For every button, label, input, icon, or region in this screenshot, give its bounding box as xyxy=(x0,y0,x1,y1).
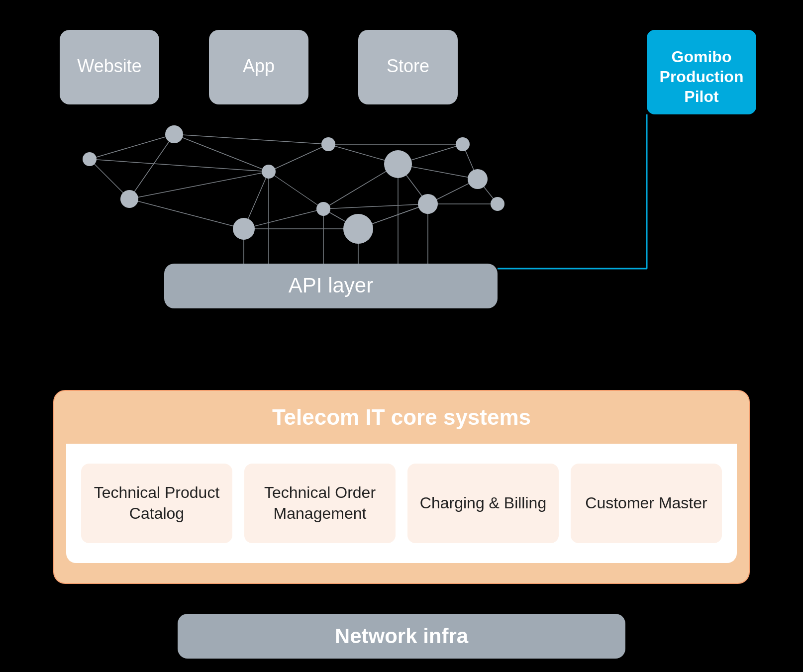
svg-line-8 xyxy=(269,144,328,172)
svg-point-41 xyxy=(384,150,412,178)
gomibo-label-line2: Production xyxy=(660,68,744,86)
svg-point-45 xyxy=(491,197,504,211)
top-area: Website App Store Gomibo Production Pilo… xyxy=(30,20,773,360)
telecom-section: Telecom IT core systems Technical Produc… xyxy=(53,390,750,584)
network-infra-box: Network infra xyxy=(178,614,625,659)
svg-point-36 xyxy=(262,165,276,179)
svg-point-35 xyxy=(120,190,138,208)
system-label-0: Technical Product Catalog xyxy=(91,482,222,524)
network-nodes xyxy=(83,125,504,244)
svg-point-34 xyxy=(165,125,183,143)
svg-point-42 xyxy=(418,194,438,214)
svg-point-37 xyxy=(233,218,255,240)
svg-point-44 xyxy=(468,169,488,189)
svg-point-43 xyxy=(456,137,470,151)
telecom-inner: Technical Product Catalog Technical Orde… xyxy=(66,444,737,563)
network-infra-label: Network infra xyxy=(335,624,468,648)
system-label-3: Customer Master xyxy=(585,493,707,514)
svg-line-7 xyxy=(129,172,269,199)
gomibo-label-line1: Gomibo xyxy=(672,48,732,66)
top-diagram-svg: Website App Store Gomibo Production Pilo… xyxy=(30,20,773,358)
system-box-customer-master[interactable]: Customer Master xyxy=(571,464,722,543)
telecom-header-label: Telecom IT core systems xyxy=(272,405,531,429)
svg-line-5 xyxy=(129,134,174,199)
svg-line-4 xyxy=(174,134,328,144)
svg-point-33 xyxy=(83,152,97,166)
svg-line-9 xyxy=(269,172,323,209)
system-box-charging-billing[interactable]: Charging & Billing xyxy=(407,464,559,543)
svg-point-40 xyxy=(343,214,373,244)
store-label: Store xyxy=(387,56,429,76)
telecom-header: Telecom IT core systems xyxy=(54,391,749,444)
gomibo-label-line3: Pilot xyxy=(684,88,719,105)
app-label: App xyxy=(243,56,275,76)
system-label-1: Technical Order Management xyxy=(254,482,386,524)
system-box-technical-product-catalog[interactable]: Technical Product Catalog xyxy=(81,464,232,543)
svg-point-39 xyxy=(316,202,330,216)
svg-line-11 xyxy=(244,209,323,229)
svg-point-38 xyxy=(321,137,335,151)
website-label: Website xyxy=(77,56,141,76)
svg-line-6 xyxy=(129,199,244,229)
main-layout: Website App Store Gomibo Production Pilo… xyxy=(30,20,773,659)
svg-line-17 xyxy=(323,204,428,209)
system-label-2: Charging & Billing xyxy=(420,493,546,514)
svg-line-0 xyxy=(90,134,174,159)
system-box-technical-order-management[interactable]: Technical Order Management xyxy=(244,464,396,543)
api-layer-label: API layer xyxy=(289,274,373,297)
